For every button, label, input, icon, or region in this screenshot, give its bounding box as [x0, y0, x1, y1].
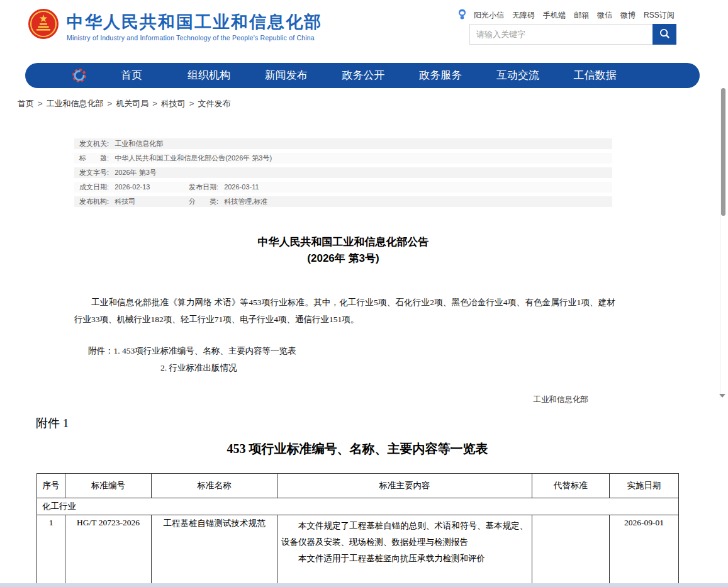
- announcement-title: 中华人民共和国工业和信息化部公告 (2026年 第3号): [74, 234, 612, 267]
- meta-row-issuing-org: 发文机关: 工业和信息化部: [74, 138, 612, 149]
- meta-label: 标 题:: [79, 154, 109, 162]
- attachment-list-item-2: 2. 行业标准出版情况: [160, 359, 296, 376]
- col-header-main-content: 标准主要内容: [277, 474, 532, 498]
- col-header-standard-name: 标准名称: [152, 474, 277, 498]
- window-bottom-edge: [0, 583, 728, 587]
- cell-replaced-standard: [532, 515, 610, 585]
- site-subtitle: Ministry of Industry and Information Tec…: [67, 34, 322, 42]
- meta-label: 发文机关:: [79, 140, 109, 147]
- col-header-replaced-standard: 代替标准: [532, 474, 610, 498]
- meta-value: 2026-03-11: [224, 183, 259, 191]
- breadcrumb-separator: >: [189, 99, 194, 108]
- breadcrumb-separator: >: [38, 99, 43, 108]
- cell-standard-code: HG/T 20723-2026: [65, 515, 152, 585]
- announcement-body: 工业和信息化部批准《算力网络 术语》等453项行业标准。其中，化工行业5项、石化…: [74, 294, 615, 328]
- search-button[interactable]: [652, 24, 676, 45]
- col-header-impl-date: 实施日期: [610, 474, 679, 498]
- breadcrumb-miit[interactable]: 工业和信息化部: [47, 99, 104, 108]
- breadcrumb-document-release[interactable]: 文件发布: [198, 99, 230, 108]
- breadcrumb-science-dept[interactable]: 科技司: [161, 99, 186, 108]
- table-row: 1 HG/T 20723-2026 工程基桩自锚测试技术规范 本文件规定了工程基…: [37, 515, 679, 585]
- miit-gear-icon: [72, 68, 87, 83]
- site-logo[interactable]: 中华人民共和国工业和信息化部 Ministry of Industry and …: [28, 8, 322, 42]
- nav-item-interaction[interactable]: 互动交流: [479, 63, 557, 88]
- meta-label: 发文字号:: [79, 169, 109, 176]
- meta-value: 中华人民共和国工业和信息化部公告(2026年 第3号): [115, 154, 272, 162]
- table-section-row: 化工行业: [37, 498, 679, 515]
- page: 中华人民共和国工业和信息化部 Ministry of Industry and …: [0, 0, 728, 587]
- announcement-title-line2: (2026年 第3号): [74, 250, 612, 267]
- breadcrumb-separator: >: [108, 99, 113, 108]
- nav-item-gov-services[interactable]: 政务服务: [402, 63, 479, 88]
- quick-link-mobile[interactable]: 手机端: [543, 10, 566, 21]
- quick-link-accessibility[interactable]: 无障碍: [512, 10, 535, 21]
- announcement-signature: 工业和信息化部: [74, 394, 588, 405]
- cell-impl-date: 2026-09-01: [610, 515, 679, 585]
- meta-value: 科技司: [115, 198, 135, 205]
- site-title: 中华人民共和国工业和信息化部: [67, 11, 322, 33]
- scrollbar-track: [720, 88, 720, 398]
- table-section-label: 化工行业: [37, 498, 679, 515]
- meta-value: 科技管理,标准: [224, 198, 267, 205]
- meta-row-doc-number: 发文字号: 2026年 第3号: [74, 167, 612, 178]
- quick-link-weibo[interactable]: 微博: [620, 10, 636, 21]
- cell-standard-name: 工程基桩自锚测试技术规范: [152, 515, 277, 585]
- meta-row-org-category: 发布机构: 科技司 分 类: 科技管理,标准: [74, 196, 612, 207]
- breadcrumb-departments[interactable]: 机关司局: [116, 99, 148, 108]
- nav-item-news[interactable]: 新闻发布: [247, 63, 325, 88]
- scrollbar-down-arrow-icon[interactable]: [719, 394, 725, 398]
- cell-content-paragraph-2: 本文件适用于工程基桩竖向抗压承载力检测和评价: [281, 551, 528, 567]
- meta-label: 成文日期:: [79, 183, 109, 191]
- meta-label: 发布机构:: [79, 198, 109, 205]
- meta-value: 工业和信息化部: [115, 140, 163, 147]
- table-header-row: 序号 标准编号 标准名称 标准主要内容 代替标准 实施日期: [37, 474, 679, 498]
- nav-item-industry-data[interactable]: 工信数据: [556, 63, 634, 88]
- cell-no: 1: [37, 515, 65, 585]
- quick-link-sunshine[interactable]: 阳光小信: [474, 10, 504, 21]
- quick-link-mail[interactable]: 邮箱: [574, 10, 589, 21]
- breadcrumb: 首页>工业和信息化部>机关司局>科技司>文件发布: [18, 98, 230, 109]
- search-icon: [659, 28, 671, 42]
- mascot-icon: [457, 9, 467, 21]
- nav-item-organization[interactable]: 组织机构: [171, 63, 248, 88]
- quick-link-wechat[interactable]: 微信: [597, 10, 612, 21]
- breadcrumb-home[interactable]: 首页: [18, 99, 34, 108]
- attachment1-heading: 附件 1: [36, 415, 69, 432]
- nav-item-gov-disclosure[interactable]: 政务公开: [325, 63, 402, 88]
- meta-value: 2026-02-13: [115, 183, 150, 191]
- breadcrumb-separator: >: [152, 99, 157, 108]
- announcement-title-line1: 中华人民共和国工业和信息化部公告: [74, 234, 612, 250]
- attachment-list-item-1: 附件：1. 453项行业标准编号、名称、主要内容等一览表: [88, 342, 296, 359]
- quick-links: 阳光小信 无障碍 手机端 邮箱 微信 微博 RSS订阅: [457, 9, 675, 21]
- meta-row-title: 标 题: 中华人民共和国工业和信息化部公告(2026年 第3号): [74, 153, 612, 164]
- col-header-no: 序号: [37, 474, 65, 498]
- col-header-standard-code: 标准编号: [65, 474, 152, 498]
- attachment1-table-title: 453 项行业标准编号、名称、主要内容等一览表: [36, 440, 678, 457]
- scrollbar-thumb[interactable]: [721, 88, 725, 216]
- search-input[interactable]: [469, 24, 652, 45]
- standards-table: 序号 标准编号 标准名称 标准主要内容 代替标准 实施日期 化工行业 1 HG/…: [36, 473, 679, 587]
- meta-label: 分 类:: [189, 198, 218, 205]
- meta-label: 发布日期:: [189, 183, 218, 191]
- meta-row-dates: 成文日期: 2026-02-13 发布日期: 2026-03-11: [74, 182, 612, 193]
- quick-link-rss[interactable]: RSS订阅: [644, 10, 675, 21]
- meta-value: 2026年 第3号: [115, 169, 157, 176]
- document-meta: 发文机关: 工业和信息化部 标 题: 中华人民共和国工业和信息化部公告(2026…: [74, 138, 612, 211]
- cell-content-paragraph-1: 本文件规定了工程基桩自锚的总则、术语和符号、基本规定、设备仪器及安装、现场检测、…: [281, 518, 528, 551]
- main-nav: 首页 组织机构 新闻发布 政务公开 政务服务 互动交流 工信数据: [25, 63, 700, 88]
- search-bar: [469, 24, 676, 45]
- cell-main-content: 本文件规定了工程基桩自锚的总则、术语和符号、基本规定、设备仪器及安装、现场检测、…: [277, 515, 532, 585]
- nav-item-home[interactable]: 首页: [93, 63, 171, 88]
- national-emblem-icon: [28, 8, 59, 40]
- announcement-attachments: 附件：1. 453项行业标准编号、名称、主要内容等一览表 2. 行业标准出版情况: [74, 342, 296, 376]
